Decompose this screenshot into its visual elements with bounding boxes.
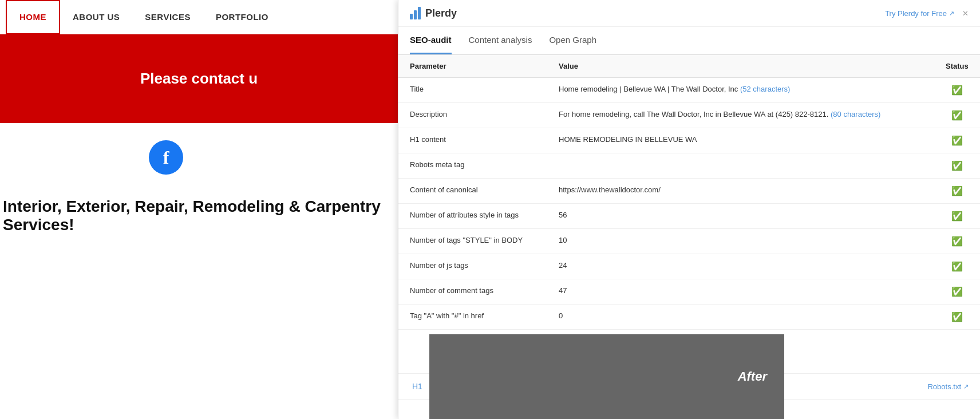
col-header-status: Status — [934, 55, 980, 78]
bar1 — [410, 14, 413, 19]
cell-status-8: ✅ — [934, 279, 980, 305]
status-ok-icon-4: ✅ — [951, 186, 963, 196]
nav-services[interactable]: SERVICES — [132, 0, 203, 34]
cell-value-2: HOME REMODELING IN BELLEVUE WA — [547, 128, 934, 153]
facebook-icon[interactable]: f — [149, 140, 183, 175]
facebook-letter: f — [163, 147, 169, 168]
cell-parameter-2: H1 content — [398, 128, 547, 153]
try-plerdy-link[interactable]: Try Plerdy for Free ↗ ✕ — [885, 9, 969, 18]
cell-value-1: For home remodeling, call The Wall Docto… — [547, 103, 934, 128]
cell-parameter-5: Number of attributes style in tags — [398, 204, 547, 229]
status-ok-icon-8: ✅ — [951, 287, 963, 297]
tab-open-graph[interactable]: Open Graph — [549, 27, 596, 54]
nav-about[interactable]: ABOUT US — [60, 0, 132, 34]
hero-banner: Please contact u — [0, 34, 398, 123]
table-row: H1 contentHOME REMODELING IN BELLEVUE WA… — [398, 128, 980, 153]
tagline: Interior, Exterior, Repair, Remodeling &… — [0, 192, 398, 240]
cell-status-6: ✅ — [934, 229, 980, 254]
cell-value-7: 24 — [547, 254, 934, 279]
cell-value-6: 10 — [547, 229, 934, 254]
tab-content-analysis[interactable]: Content analysis — [469, 27, 532, 54]
cell-status-2: ✅ — [934, 128, 980, 153]
robots-txt-label: Robots.txt — [927, 382, 961, 391]
nav-portfolio[interactable]: PORTFOLIO — [203, 0, 281, 34]
cell-status-1: ✅ — [934, 103, 980, 128]
cell-parameter-0: Title — [398, 78, 547, 103]
table-row: Robots meta tag✅ — [398, 153, 980, 179]
cell-parameter-3: Robots meta tag — [398, 153, 547, 179]
col-header-value: Value — [547, 55, 934, 78]
bar3 — [418, 7, 421, 19]
plerdy-logo: Plerdy — [410, 7, 457, 19]
cell-status-4: ✅ — [934, 179, 980, 204]
plerdy-tabs: SEO-audit Content analysis Open Graph — [398, 27, 980, 55]
status-ok-icon-5: ✅ — [951, 211, 963, 221]
cell-status-3: ✅ — [934, 153, 980, 179]
cell-status-5: ✅ — [934, 204, 980, 229]
cell-parameter-1: Description — [398, 103, 547, 128]
char-count-0: (52 characters) — [740, 85, 790, 93]
status-ok-icon-6: ✅ — [951, 236, 963, 246]
status-ok-icon-3: ✅ — [951, 161, 963, 171]
cell-value-4: https://www.thewalldoctor.com/ — [547, 179, 934, 204]
cell-parameter-4: Content of canonical — [398, 179, 547, 204]
table-row: Tag "A" with "#" in href0✅ — [398, 305, 980, 330]
cell-value-3 — [547, 153, 934, 179]
plerdy-logo-text: Plerdy — [425, 7, 457, 19]
cell-value-9: 0 — [547, 305, 934, 330]
table-row: TitleHome remodeling | Bellevue WA | The… — [398, 78, 980, 103]
close-icon: ✕ — [962, 9, 969, 18]
status-ok-icon-1: ✅ — [951, 110, 963, 120]
table-row: Content of canonicalhttps://www.thewalld… — [398, 179, 980, 204]
cell-parameter-8: Number of comment tags — [398, 279, 547, 305]
cell-value-5: 56 — [547, 204, 934, 229]
status-ok-icon-2: ✅ — [951, 136, 963, 145]
plerdy-header: Plerdy Try Plerdy for Free ↗ ✕ — [398, 0, 980, 27]
seo-table-container: Parameter Value Status TitleHome remodel… — [398, 55, 980, 373]
table-row: Number of comment tags47✅ — [398, 279, 980, 305]
status-ok-icon-7: ✅ — [951, 262, 963, 271]
table-row: DescriptionFor home remodeling, call The… — [398, 103, 980, 128]
table-row: Number of attributes style in tags56✅ — [398, 204, 980, 229]
cell-status-7: ✅ — [934, 254, 980, 279]
status-ok-icon-0: ✅ — [951, 85, 963, 95]
tab-seo-audit[interactable]: SEO-audit — [410, 27, 452, 54]
cell-value-8: 47 — [547, 279, 934, 305]
after-label: After — [738, 369, 767, 384]
cell-status-0: ✅ — [934, 78, 980, 103]
table-header-row: Parameter Value Status — [398, 55, 980, 78]
status-ok-icon-9: ✅ — [951, 312, 963, 322]
cell-value-0: Home remodeling | Bellevue WA | The Wall… — [547, 78, 934, 103]
hero-text: Please contact u — [140, 70, 258, 88]
robots-external-icon: ↗ — [963, 383, 969, 390]
external-link-icon: ↗ — [949, 10, 954, 17]
cell-parameter-9: Tag "A" with "#" in href — [398, 305, 547, 330]
cell-status-9: ✅ — [934, 305, 980, 330]
table-row: Number of tags "STYLE" in BODY10✅ — [398, 229, 980, 254]
try-plerdy-label: Try Plerdy for Free — [885, 9, 947, 18]
char-count-1: (80 characters) — [831, 110, 880, 118]
h1-tag-btn[interactable]: H1 — [410, 381, 425, 392]
cell-parameter-7: Number of js tags — [398, 254, 547, 279]
table-row: Number of js tags24✅ — [398, 254, 980, 279]
cell-parameter-6: Number of tags "STYLE" in BODY — [398, 229, 547, 254]
after-image-partial: After — [429, 334, 784, 419]
plerdy-logo-icon — [410, 7, 421, 19]
nav-bar: HOME ABOUT US SERVICES PORTFOLIO — [0, 0, 398, 34]
robots-txt-link[interactable]: Robots.txt ↗ — [927, 382, 969, 391]
nav-home[interactable]: HOME — [6, 0, 60, 34]
col-header-parameter: Parameter — [398, 55, 547, 78]
website-background: HOME ABOUT US SERVICES PORTFOLIO Please … — [0, 0, 398, 419]
seo-table: Parameter Value Status TitleHome remodel… — [398, 55, 980, 330]
bar2 — [414, 10, 417, 19]
